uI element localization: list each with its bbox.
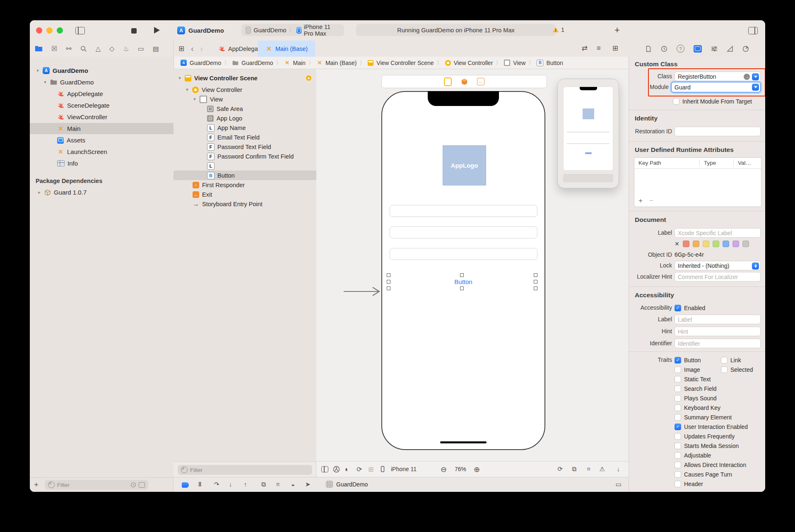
warning-badge[interactable]: 1 <box>552 26 564 33</box>
color-swatch[interactable] <box>693 241 699 247</box>
lock-stepper-icon[interactable] <box>752 262 759 270</box>
accessibility-preview-button[interactable] <box>333 466 340 473</box>
navigator-item-viewcontroller[interactable]: ViewController <box>30 111 173 123</box>
trait-checkbox[interactable] <box>675 462 681 468</box>
selection-handle[interactable] <box>387 273 390 277</box>
trait-row[interactable]: Adjustable <box>675 450 753 460</box>
outline-item-view-controller[interactable]: ▾ View Controller <box>173 85 316 94</box>
breadcrumb-item[interactable]: View Controller <box>454 60 493 66</box>
selection-handle[interactable] <box>387 286 390 290</box>
navigator-item-project[interactable]: ▾ A GuardDemo <box>30 65 173 76</box>
disclosure-triangle[interactable]: ▾ <box>185 87 189 92</box>
color-none-button[interactable]: ✕ <box>675 241 679 247</box>
udra-remove-button[interactable]: − <box>649 197 653 205</box>
trait-row[interactable]: Updates Frequently <box>675 431 753 441</box>
selection-handle[interactable] <box>387 280 390 284</box>
test-navigator-tab[interactable]: ◇ <box>109 45 114 53</box>
color-swatch[interactable] <box>723 241 729 247</box>
outline-item-button[interactable]: B Button <box>173 171 316 180</box>
trait-checkbox[interactable] <box>675 414 681 421</box>
simulate-location-button[interactable]: ➤ <box>305 481 311 488</box>
zoom-in-button[interactable]: ⊕ <box>474 465 480 474</box>
navigator-item-assets[interactable]: Assets <box>30 135 173 146</box>
outline-item-first-responder[interactable]: ↑ First Responder <box>173 180 316 190</box>
inherit-module-row[interactable]: Inherit Module From Target <box>673 96 752 106</box>
navigator-item-info[interactable]: Info <box>30 158 173 169</box>
device-button[interactable] <box>379 466 386 472</box>
activity-status[interactable]: Running GuardDemo on iPhone 11 Pro Max <box>356 24 556 36</box>
outline-item-app-logo[interactable]: App Logo <box>173 113 316 123</box>
simulator-preview-thumbnail[interactable] <box>557 79 619 188</box>
scheme-selector[interactable]: GuardDemo 〉 iPhone 11 Pro Max <box>241 24 344 36</box>
align-button[interactable]: ⌗ <box>587 465 590 473</box>
trait-checkbox[interactable]: ✓ <box>675 424 681 430</box>
new-tab-button[interactable]: + <box>614 26 620 35</box>
outline-item-password-confirm-field[interactable]: F Password Confirm Text Field <box>173 152 316 161</box>
outline-item-empty-label[interactable]: L <box>173 161 316 171</box>
scm-status-filter-icon[interactable] <box>139 482 145 488</box>
class-dropdown-icon[interactable] <box>752 73 759 80</box>
navigator-item-scenedelegate[interactable]: SceneDelegate <box>30 100 173 111</box>
issue-navigator-tab[interactable]: △ <box>96 45 101 53</box>
trait-row[interactable]: Allows Direct Interaction <box>675 460 753 469</box>
toggle-right-sidebar-button[interactable] <box>748 27 758 36</box>
attributes-inspector-tab[interactable] <box>711 46 718 52</box>
recents-clock-icon[interactable] <box>130 482 136 488</box>
register-button[interactable]: Button <box>454 278 472 285</box>
device-name[interactable]: iPhone 11 <box>391 466 417 472</box>
restoration-id-field[interactable] <box>675 127 761 136</box>
trait-checkbox[interactable] <box>675 376 681 383</box>
module-field[interactable]: Guard <box>671 82 761 92</box>
color-swatch[interactable] <box>703 241 709 247</box>
source-control-navigator-tab[interactable]: ☒ <box>51 45 57 53</box>
outline-filter-input[interactable]: Filter <box>178 465 312 475</box>
trait-checkbox[interactable] <box>675 481 681 487</box>
add-file-button[interactable]: + <box>34 480 39 489</box>
navigator-item-group[interactable]: ▾ GuardDemo <box>30 77 173 88</box>
split-view-button[interactable]: ⊞ <box>368 465 373 473</box>
trait-row[interactable]: ✓ Button <box>675 355 721 365</box>
stop-button[interactable] <box>131 28 137 35</box>
module-dropdown-icon[interactable] <box>752 84 759 91</box>
zoom-level[interactable]: 76% <box>455 466 466 472</box>
back-button[interactable]: ‹ <box>191 44 194 53</box>
disclosure-triangle[interactable]: ▸ <box>37 190 41 195</box>
orientation-button[interactable]: ⟳ <box>357 465 362 473</box>
trait-row[interactable]: Static Text <box>675 374 753 384</box>
toggle-outline-button[interactable] <box>321 466 328 474</box>
appearance-toggle-button[interactable]: ◐ <box>345 465 349 474</box>
tab-main-base[interactable]: ✕ Main (Base) <box>258 41 315 57</box>
trait-checkbox[interactable] <box>675 471 681 478</box>
selection-handle[interactable] <box>460 286 464 290</box>
outline-item-password-field[interactable]: F Password Text Field <box>173 142 316 152</box>
color-swatch[interactable] <box>742 241 749 247</box>
iphone-canvas-device[interactable]: AppLogo Button <box>381 91 545 450</box>
run-button[interactable] <box>154 27 160 35</box>
view-controller-proxy-icon[interactable] <box>444 77 452 86</box>
console-toggle-button[interactable]: ▭ <box>616 481 622 488</box>
view-hierarchy-button[interactable]: ⧉ <box>261 481 266 488</box>
trait-row[interactable]: ✓User Interaction Enabled <box>675 422 753 431</box>
trait-checkbox[interactable] <box>675 385 681 392</box>
disclosure-triangle[interactable]: ▾ <box>36 68 40 73</box>
trait-checkbox[interactable] <box>675 404 681 411</box>
trait-checkbox[interactable] <box>675 452 681 459</box>
udra-table[interactable]: Key Path Type Val… + − <box>634 157 761 207</box>
trait-row[interactable]: Selected <box>721 365 753 374</box>
outline-item-scene[interactable]: ▾ View Controller Scene ● <box>173 73 316 83</box>
outline-item-email-field[interactable]: F Email Text Field <box>173 132 316 142</box>
step-out-button[interactable]: ↑ <box>244 481 247 488</box>
breakpoints-toggle-button[interactable] <box>182 482 189 489</box>
close-window-button[interactable] <box>36 27 42 34</box>
email-text-field[interactable] <box>390 205 537 217</box>
step-over-button[interactable]: ↷ <box>214 481 219 488</box>
trait-row[interactable]: Keyboard Key <box>675 403 753 412</box>
step-into-button[interactable]: ↓ <box>229 481 232 488</box>
first-responder-cube-icon[interactable] <box>461 78 468 85</box>
document-label-field[interactable]: Xcode Specific Label <box>675 228 761 238</box>
trait-row[interactable]: Link <box>721 355 741 365</box>
jump-to-class-icon[interactable]: → <box>744 74 750 80</box>
history-inspector-tab[interactable] <box>661 46 667 52</box>
breadcrumb-item[interactable]: GuardDemo <box>190 60 221 66</box>
trait-checkbox[interactable] <box>675 433 681 440</box>
